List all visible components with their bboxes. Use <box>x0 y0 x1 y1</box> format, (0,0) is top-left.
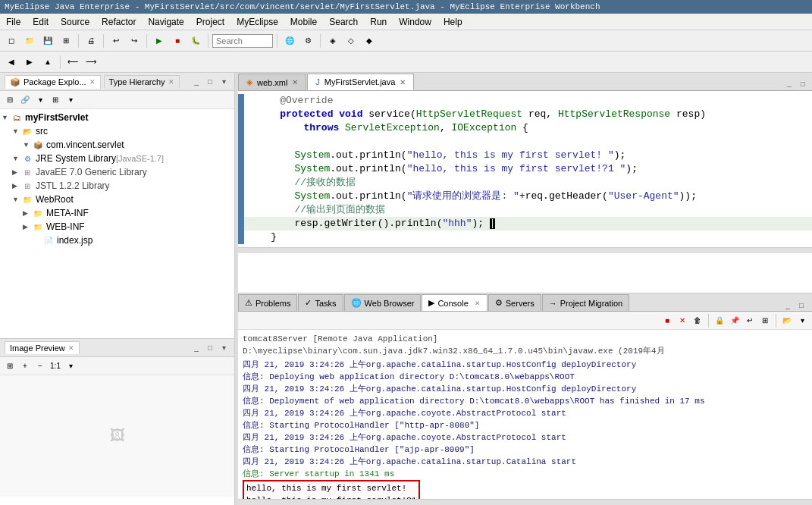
arrow-metainf: ▶ <box>23 209 32 217</box>
editor-max-btn[interactable]: □ <box>797 78 809 90</box>
editor-hscroll[interactable] <box>238 247 812 253</box>
package-explorer-tab[interactable]: 📦 Package Explo... ✕ <box>5 75 101 89</box>
img-fit-btn[interactable]: ⊞ <box>3 359 17 373</box>
tree-item-package[interactable]: ▼ 📦 com.vincent.servlet <box>0 138 234 152</box>
tree-item-indexjsp[interactable]: 📄 index.jsp <box>0 234 234 247</box>
menu-project[interactable]: Project <box>190 14 230 30</box>
menu-myeclipse[interactable]: MyEclipse <box>230 14 284 30</box>
menu-run[interactable]: Run <box>364 14 393 30</box>
open-button[interactable]: 📁 <box>21 33 38 49</box>
tree-item-webinf[interactable]: ▶ 📁 WEB-INF <box>0 220 234 234</box>
img-zoom-in-btn[interactable]: + <box>18 359 32 373</box>
tree-item-metainf[interactable]: ▶ 📁 META-INF <box>0 206 234 220</box>
remove-launch-btn[interactable]: ✕ <box>676 314 689 328</box>
menu-file[interactable]: File <box>0 14 27 30</box>
stop-console-btn[interactable]: ■ <box>660 314 674 328</box>
webxml-close[interactable]: ✕ <box>292 78 298 86</box>
menu-refactor[interactable]: Refactor <box>96 14 142 30</box>
code-editor[interactable]: @Override protected void service(HttpSer… <box>238 91 812 293</box>
img-menu2-btn[interactable]: ▾ <box>64 359 77 373</box>
package-tab-close[interactable]: ✕ <box>89 78 96 86</box>
scroll-lock-btn[interactable]: 🔒 <box>713 314 726 328</box>
tab-myservlet[interactable]: J MyFirstServlet.java ✕ <box>307 74 414 90</box>
menu-navigate[interactable]: Navigate <box>142 14 190 30</box>
menu-mobile[interactable]: Mobile <box>284 14 323 30</box>
tab-webxml[interactable]: ◈ web.xml ✕ <box>238 74 306 90</box>
tab-migration[interactable]: → Project Migration <box>542 294 630 311</box>
console-log-5: 四月 21, 2019 3:24:26 上午org.apache.coyote.… <box>243 407 807 419</box>
jre-version: [JavaSE-1.7] <box>116 154 164 163</box>
console-minimize-btn[interactable]: _ <box>782 299 794 311</box>
myservlet-close[interactable]: ✕ <box>400 78 406 86</box>
console-close[interactable]: ✕ <box>475 300 481 307</box>
tab-console[interactable]: ▶ Console ✕ <box>422 294 487 311</box>
pin-btn[interactable]: 📌 <box>728 314 741 328</box>
tree-item-jstl[interactable]: ▶ ⊞ JSTL 1.2.2 Library <box>0 179 234 193</box>
save-button[interactable]: 💾 <box>39 33 56 49</box>
tree-item-javaee[interactable]: ▶ ⊞ JavaEE 7.0 Generic Library <box>0 165 234 179</box>
tree-item-project[interactable]: ▼ 🗂 myFirstServlet <box>0 111 234 124</box>
undo-button[interactable]: ↩ <box>108 33 124 49</box>
hierarchy-tab-close[interactable]: ✕ <box>168 78 174 86</box>
tab-webbrowser[interactable]: 🌐 Web Browser <box>344 294 422 311</box>
menu-window[interactable]: Window <box>393 14 437 30</box>
panel-tabs: 📦 Package Explo... ✕ Type Hierarchy ✕ _ … <box>0 73 234 91</box>
tree-item-webroot[interactable]: ▼ 📁 WebRoot <box>0 193 234 206</box>
image-preview-close[interactable]: ✕ <box>68 344 74 352</box>
tab-servers[interactable]: ⚙ Servers <box>488 294 541 311</box>
print-button[interactable]: 🖨 <box>83 33 99 49</box>
word-wrap-btn[interactable]: ↵ <box>743 314 757 328</box>
new-button[interactable]: ◻ <box>3 33 20 49</box>
deploy-button[interactable]: 🌐 <box>281 33 298 49</box>
next-edit-button[interactable]: ⟶ <box>83 54 99 71</box>
img-zoom-out-btn[interactable]: − <box>33 359 47 373</box>
arrow-webroot: ▼ <box>12 196 21 203</box>
tree-item-jre[interactable]: ▼ ⚙ JRE System Library [JavaSE-1.7] <box>0 152 234 165</box>
open-file-btn[interactable]: 📂 <box>780 314 794 328</box>
console-maximize-btn[interactable]: □ <box>795 299 807 311</box>
minimize-btn[interactable]: _ <box>190 76 202 88</box>
img-menu-btn[interactable]: ▾ <box>218 342 230 354</box>
run-button[interactable]: ▶ <box>151 33 168 49</box>
img-maximize-btn[interactable]: □ <box>204 342 216 354</box>
search-input[interactable] <box>212 34 273 48</box>
tree-item-src[interactable]: ▼ 📂 src <box>0 124 234 138</box>
extra3-button[interactable]: ◆ <box>361 33 378 49</box>
prev-edit-button[interactable]: ⟵ <box>64 54 81 71</box>
back-button[interactable]: ◀ <box>3 54 20 71</box>
clear-console-btn[interactable]: 🗑 <box>691 314 704 328</box>
extra1-button[interactable]: ◈ <box>324 33 341 49</box>
img-actual-btn[interactable]: 1:1 <box>49 359 62 373</box>
maximize-btn[interactable]: □ <box>204 76 216 88</box>
link-editor-btn[interactable]: 🔗 <box>18 93 32 107</box>
forward-button[interactable]: ▶ <box>21 54 38 71</box>
up-button[interactable]: ▲ <box>39 54 56 71</box>
img-minimize-btn[interactable]: _ <box>190 342 202 354</box>
extra2-button[interactable]: ◇ <box>343 33 359 49</box>
collapse-all-btn[interactable]: ⊟ <box>3 93 17 107</box>
server-button[interactable]: ⚙ <box>299 33 316 49</box>
type-hierarchy-tab[interactable]: Type Hierarchy ✕ <box>104 75 180 88</box>
editor-min-btn[interactable]: _ <box>783 78 795 90</box>
new-console-btn[interactable]: ⊞ <box>758 314 772 328</box>
save-all-button[interactable]: ⊞ <box>58 33 74 49</box>
menu-source[interactable]: Source <box>55 14 96 30</box>
tab-problems[interactable]: ⚠ Problems <box>238 294 297 311</box>
tree-filter-btn[interactable]: ⊞ <box>49 93 62 107</box>
debug-button[interactable]: 🐛 <box>187 33 204 49</box>
menu-search[interactable]: Search <box>323 14 364 30</box>
stop-button[interactable]: ■ <box>169 33 186 49</box>
code-line-9: //输出到页面的数据 <box>244 203 812 217</box>
menu-help[interactable]: Help <box>437 14 469 30</box>
tree-settings-btn[interactable]: ▾ <box>33 93 47 107</box>
properties-btn[interactable]: ▾ <box>795 314 809 328</box>
view-menu-btn[interactable]: ▾ <box>218 76 230 88</box>
tab-tasks[interactable]: ✓ Tasks <box>298 294 343 311</box>
left-gutter-indicator <box>238 94 244 244</box>
redo-button[interactable]: ↪ <box>126 33 143 49</box>
menu-edit[interactable]: Edit <box>27 14 55 30</box>
tree-menu-btn[interactable]: ▾ <box>64 93 77 107</box>
console-hscroll[interactable] <box>238 499 812 505</box>
title-text: MyEclipse Java Enterprise - MyFirstServl… <box>5 2 600 11</box>
image-preview-tab[interactable]: Image Preview ✕ <box>5 341 80 354</box>
